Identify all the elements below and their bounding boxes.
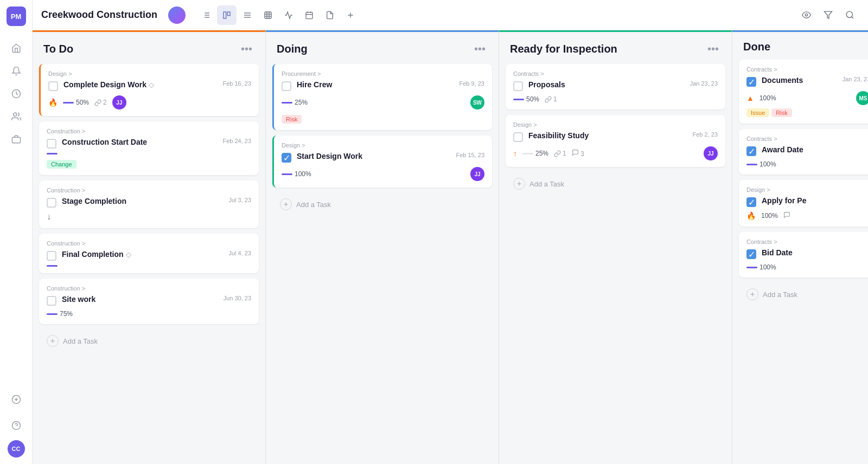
view-table[interactable]: [258, 5, 278, 25]
card-checkbox[interactable]: [513, 132, 523, 142]
card-title: Construction Start Date: [62, 138, 147, 146]
card-meta: 100%: [746, 160, 868, 168]
card-category: Construction >: [47, 128, 251, 134]
view-list[interactable]: [196, 5, 216, 25]
watch-icon[interactable]: [796, 5, 816, 25]
card-checkbox[interactable]: ✓: [746, 249, 756, 259]
card-title: Feasibility Study: [528, 131, 589, 140]
sidebar-icon-history[interactable]: [7, 84, 26, 104]
svg-rect-15: [227, 12, 230, 16]
card-checkbox[interactable]: ✓: [746, 197, 756, 207]
view-calendar[interactable]: [299, 5, 319, 25]
card-hire-crew: Procurement > Hire Crew Feb 9, 23 25%: [272, 64, 492, 130]
card-progress: 75%: [47, 310, 73, 318]
add-task-plus-icon: ＋: [746, 288, 758, 300]
sidebar-icon-work[interactable]: [7, 130, 26, 149]
card-avatar: JJ: [112, 95, 126, 109]
card-checkbox[interactable]: ✓: [282, 153, 291, 163]
issue-badge: Issue: [746, 108, 769, 117]
column-todo: To Do ••• Design > Complete Design Work …: [33, 30, 266, 464]
card-title: Apply for Pe: [762, 196, 806, 205]
card-checkbox[interactable]: [47, 296, 56, 306]
card-title: Award Date: [762, 145, 803, 154]
card-links: 2: [94, 99, 107, 106]
add-task-doing[interactable]: ＋ Add a Task: [272, 193, 492, 216]
filter-icon[interactable]: [818, 5, 838, 25]
card-title: Final Completion: [62, 250, 124, 259]
add-task-label: Add a Task: [63, 337, 98, 345]
card-category: Design >: [746, 186, 868, 193]
progress-bar: [282, 173, 292, 175]
add-task-label: Add a Task: [529, 180, 564, 188]
sidebar-icon-home[interactable]: [7, 38, 26, 58]
add-task-plus-icon: ＋: [280, 198, 292, 210]
add-task-ready[interactable]: ＋ Add a Task: [506, 172, 725, 195]
card-checkbox[interactable]: [47, 251, 56, 261]
card-meta: 100% JJ: [282, 167, 484, 181]
search-icon[interactable]: [840, 5, 859, 25]
svg-rect-24: [306, 12, 312, 18]
sidebar-icon-help[interactable]: [7, 416, 26, 435]
arrow-up-icon: ▲: [746, 94, 754, 102]
column-ready: Ready for Inspection ••• Contracts > Pro…: [499, 30, 732, 464]
card-category: Construction >: [47, 285, 251, 292]
card-meta: ↑ 25% 1 3 JJ: [513, 146, 718, 160]
app-logo[interactable]: PM: [7, 7, 26, 26]
card-meta: ▲ 100% MS: [746, 91, 868, 105]
svg-marker-31: [824, 11, 832, 18]
card-category: Contracts >: [746, 66, 868, 73]
card-date: Feb 15, 23: [456, 152, 484, 158]
card-checkbox[interactable]: [47, 139, 56, 149]
column-ready-body: Contracts > Proposals Jan 23, 23 50%: [499, 64, 732, 464]
progress-bar: [746, 267, 757, 268]
progress-bar: [746, 164, 757, 165]
column-doing-menu[interactable]: •••: [472, 41, 488, 57]
sidebar: PM CC: [0, 0, 33, 464]
card-category: Contracts >: [746, 239, 868, 245]
column-doing-header: Doing •••: [266, 32, 499, 64]
sidebar-icon-add[interactable]: [7, 390, 26, 409]
view-add[interactable]: [341, 5, 360, 25]
card-date: Jan 23, 23: [690, 80, 718, 87]
view-chart[interactable]: [279, 5, 298, 25]
column-todo-menu[interactable]: •••: [239, 41, 254, 57]
card-checkbox[interactable]: [47, 198, 56, 208]
comment-icon: 3: [572, 149, 584, 158]
add-task-todo[interactable]: ＋ Add a Task: [39, 330, 259, 352]
card-date: Jul 4, 23: [228, 250, 251, 256]
card-date: Jun 30, 23: [224, 295, 251, 301]
view-split[interactable]: [238, 5, 257, 25]
sidebar-icon-people[interactable]: [7, 107, 26, 126]
svg-point-32: [846, 11, 852, 17]
card-date: Feb 24, 23: [222, 138, 251, 144]
user-avatar[interactable]: CC: [8, 440, 25, 457]
card-proposals: Contracts > Proposals Jan 23, 23 50%: [506, 64, 725, 109]
progress-bar-empty: [522, 153, 533, 154]
view-doc[interactable]: [320, 5, 340, 25]
card-checkbox[interactable]: ✓: [746, 146, 756, 156]
main-content: Creekwood Construction: [33, 0, 868, 464]
column-ready-menu[interactable]: •••: [705, 41, 721, 57]
card-category: Construction >: [47, 240, 251, 247]
add-task-plus-icon: ＋: [47, 335, 59, 347]
column-doing: Doing ••• Procurement > Hire Crew Feb 9,…: [266, 30, 499, 464]
view-board[interactable]: [217, 5, 237, 25]
column-done-body: Contracts > ✓ Documents Jan 23, 23 ▲ 100…: [732, 60, 868, 464]
card-checkbox[interactable]: ✓: [746, 77, 756, 87]
card-category: Design >: [513, 121, 718, 128]
card-meta: [47, 153, 251, 154]
card-checkbox[interactable]: [513, 81, 523, 91]
card-meta: 25% SW: [282, 95, 484, 109]
risk-badge: Risk: [282, 115, 302, 124]
card-checkbox[interactable]: [282, 81, 291, 91]
card-checkbox[interactable]: [48, 81, 58, 91]
add-task-done[interactable]: ＋ Add a Task: [739, 283, 868, 306]
card-header: Hire Crew Feb 9, 23: [282, 80, 484, 91]
arrow-up-icon: ↑: [513, 149, 517, 158]
card-avatar: MS: [856, 91, 868, 105]
card-avatar: JJ: [704, 146, 718, 160]
card-start-design: Design > ✓ Start Design Work Feb 15, 23 …: [272, 136, 492, 188]
progress-text: 100%: [760, 94, 776, 102]
sidebar-icon-notifications[interactable]: [7, 61, 26, 81]
fire-icon: 🔥: [48, 98, 58, 107]
